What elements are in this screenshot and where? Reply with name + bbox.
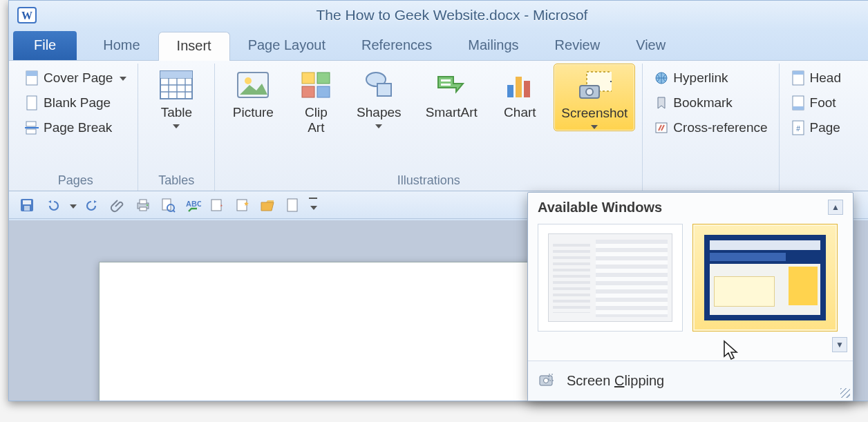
screenshot-label: Screenshot	[561, 106, 628, 121]
group-header-footer: Head Foot # Page	[780, 64, 852, 191]
window-title: The How to Geek Website.docx - Microsof	[39, 7, 865, 23]
window-thumbnail-1[interactable]	[538, 224, 683, 332]
blank-page-button[interactable]: Blank Page	[20, 93, 131, 113]
page-number-icon: #	[791, 120, 806, 135]
footer-button[interactable]: Foot	[786, 93, 845, 113]
svg-rect-4	[27, 96, 37, 110]
scroll-down-button[interactable]: ▼	[832, 337, 847, 352]
tab-file[interactable]: File	[13, 31, 77, 60]
smartart-icon	[434, 68, 469, 102]
dropdown-arrow-icon	[173, 123, 180, 128]
dropdown-arrow-icon[interactable]	[68, 199, 77, 211]
group-pages: Cover Page Blank Page Page Break	[13, 64, 138, 191]
svg-rect-35	[24, 206, 30, 211]
undo-icon[interactable]	[44, 197, 60, 213]
tab-page-layout[interactable]: Page Layout	[230, 31, 343, 60]
svg-point-47	[544, 378, 549, 383]
tab-review[interactable]: Review	[537, 31, 619, 60]
save-icon[interactable]	[19, 197, 35, 213]
svg-point-10	[245, 77, 252, 84]
cover-page-label: Cover Page	[44, 70, 113, 86]
screenshot-dropdown-panel: Available Windows ▲ ▼ Screen Clipping	[527, 192, 853, 401]
tab-references[interactable]: References	[343, 31, 450, 60]
tab-insert[interactable]: Insert	[158, 32, 230, 61]
svg-rect-43	[211, 200, 221, 211]
redo-icon[interactable]	[85, 197, 102, 213]
svg-rect-8	[160, 71, 192, 78]
chart-button[interactable]: Chart	[493, 64, 547, 122]
picture-button[interactable]: Picture	[222, 64, 284, 122]
print-icon[interactable]	[135, 197, 151, 213]
shapes-icon	[361, 68, 396, 102]
screenshot-button[interactable]: Screenshot	[554, 64, 635, 131]
group-tables-label: Tables	[145, 172, 207, 191]
group-tables: Table Tables	[138, 64, 215, 191]
page-number-label: Page	[810, 120, 840, 135]
ribbon: Cover Page Blank Page Page Break	[9, 60, 868, 191]
table-icon	[159, 68, 194, 102]
picture-label: Picture	[233, 105, 274, 120]
group-illustrations-label: Illustrations	[222, 172, 635, 191]
hyperlink-icon	[654, 70, 669, 86]
screen-clipping-item[interactable]: Screen Clipping	[528, 361, 853, 401]
shapes-label: Shapes	[357, 105, 401, 120]
svg-rect-6	[26, 129, 36, 134]
blank-page-label: Blank Page	[44, 95, 111, 111]
scroll-up-button[interactable]: ▲	[828, 200, 843, 215]
svg-rect-37	[140, 200, 147, 204]
svg-rect-14	[317, 86, 330, 97]
svg-rect-16	[377, 84, 391, 96]
svg-rect-20	[516, 77, 522, 97]
svg-rect-17	[441, 79, 451, 81]
new-blank-icon[interactable]	[284, 197, 301, 213]
clip-art-button[interactable]: Clip Art	[291, 64, 341, 137]
table-label: Table	[161, 105, 192, 120]
page-number-button[interactable]: # Page	[786, 117, 845, 138]
tab-home[interactable]: Home	[85, 31, 158, 60]
shapes-button[interactable]: Shapes	[348, 64, 410, 130]
cover-page-button[interactable]: Cover Page	[20, 68, 131, 88]
document-page[interactable]	[99, 262, 541, 401]
screen-clipping-label: Screen Clipping	[567, 373, 664, 389]
tab-mailings[interactable]: Mailings	[450, 31, 536, 60]
header-label: Head	[810, 70, 841, 86]
svg-rect-26	[656, 123, 667, 133]
ribbon-tabs: File Home Insert Page Layout References …	[9, 30, 868, 60]
titlebar: W The How to Geek Website.docx - Microso…	[9, 1, 868, 30]
svg-rect-21	[524, 81, 530, 97]
bookmark-label: Bookmark	[673, 95, 733, 111]
svg-rect-3	[26, 71, 37, 76]
hyperlink-button[interactable]: Hyperlink	[650, 68, 771, 88]
word-logo-icon: W	[15, 6, 39, 25]
table-button[interactable]: Table	[145, 64, 207, 130]
footer-icon	[791, 95, 806, 111]
resize-grip-icon[interactable]	[840, 388, 850, 398]
cross-reference-icon	[654, 120, 669, 135]
cross-reference-button[interactable]: Cross-reference	[650, 117, 771, 138]
group-pages-label: Pages	[20, 172, 131, 191]
page-break-button[interactable]: Page Break	[20, 117, 131, 138]
spellcheck-icon[interactable]: ABC	[185, 197, 201, 213]
window-thumbnail-2[interactable]	[692, 224, 838, 332]
group-links: Hyperlink Bookmark Cross-reference	[643, 64, 779, 191]
svg-rect-12	[317, 73, 330, 84]
edit-icon[interactable]	[209, 197, 226, 213]
cover-page-icon	[24, 70, 39, 86]
svg-point-39	[147, 204, 149, 206]
svg-text:#: #	[796, 125, 800, 133]
svg-rect-30	[793, 106, 804, 110]
smartart-button[interactable]: SmartArt	[417, 64, 486, 122]
print-preview-icon[interactable]	[160, 197, 176, 213]
svg-rect-13	[302, 86, 314, 97]
bookmark-icon	[654, 95, 669, 111]
header-button[interactable]: Head	[786, 68, 845, 88]
available-windows-heading: Available Windows	[538, 200, 662, 215]
new-file-star-icon[interactable]	[234, 197, 251, 213]
open-folder-icon[interactable]	[259, 197, 276, 213]
customize-qat-icon[interactable]	[309, 198, 317, 212]
clip-art-label: Clip Art	[305, 105, 328, 135]
svg-rect-34	[23, 200, 31, 204]
bookmark-button[interactable]: Bookmark	[650, 93, 771, 113]
attach-icon[interactable]	[110, 197, 126, 213]
tab-view[interactable]: View	[618, 31, 683, 60]
